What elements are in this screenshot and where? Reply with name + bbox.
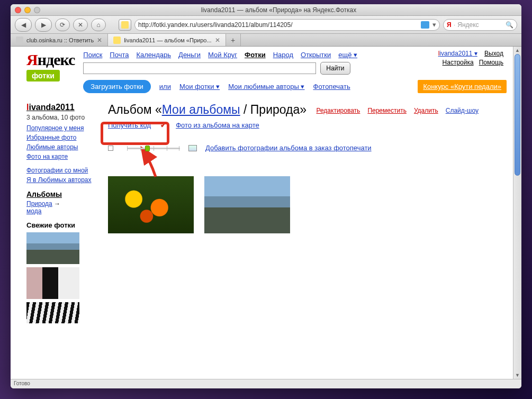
user-block: livanda2011 ▾ Выход Настройка Помощь (438, 50, 503, 66)
titlebar: livanda2011 — альбом «Природа» на Яндекс… (11, 4, 521, 16)
my-photos-link[interactable]: Мои фотки ▾ (179, 83, 220, 90)
search-separator: · (454, 21, 456, 29)
status-bar: Готово (11, 379, 521, 388)
nav-cards[interactable]: Открытки (301, 51, 331, 59)
help-link[interactable]: Помощь (479, 59, 503, 66)
delete-link[interactable]: Удалить (414, 107, 438, 114)
nav-calendar[interactable]: Календарь (136, 51, 171, 59)
album-moda[interactable]: мода (26, 207, 95, 215)
size-slider-row: Добавить фотографии альбома в заказ фото… (108, 144, 507, 152)
tab-close-icon[interactable]: ✕ (97, 37, 102, 44)
sidebar-stats: 3 альбома, 10 фото (26, 114, 95, 121)
sidebar-popular[interactable]: Популярное у меня (26, 124, 95, 132)
dropdown-icon[interactable]: ▾ (432, 21, 436, 29)
rss-icon[interactable] (421, 21, 429, 29)
back-button[interactable]: ◀ (15, 18, 32, 32)
move-link[interactable]: Переместить (367, 107, 407, 114)
or-link[interactable]: или (159, 83, 171, 90)
browser-search-box[interactable]: Я · Яндекс 🔍 (443, 19, 517, 31)
forward-button[interactable]: ▶ (35, 18, 52, 32)
fresh-thumb-3[interactable] (26, 302, 79, 323)
address-bar[interactable]: http://fotki.yandex.ru/users/livanda2011… (134, 19, 440, 31)
fotki-logo: фотки (26, 70, 60, 81)
photo-grid (108, 176, 507, 233)
tab-favicon-icon (16, 37, 23, 44)
nav-mail[interactable]: Почта (110, 51, 129, 59)
scroll-down-icon[interactable]: ▼ (513, 371, 521, 379)
sidebar-photos-with-me[interactable]: Фотографии со мной (26, 167, 95, 174)
albums-header[interactable]: Альбомы (26, 190, 95, 198)
tab-strip: club.osinka.ru :: Ответить ✕ livanda2011… (11, 34, 521, 47)
slider-knob[interactable] (145, 146, 150, 151)
search-placeholder: Яндекс (457, 21, 479, 29)
search-icon[interactable]: 🔍 (506, 21, 513, 29)
status-text: Готово (14, 380, 30, 386)
album-links-row: Получить код ✔ Фото из альбома на карте (108, 121, 507, 129)
main-body: Альбом «Мои альбомы / Природа» Редактиро… (108, 103, 507, 327)
page-body: livanda2011 ▾ Выход Настройка Помощь Янд… (11, 47, 513, 379)
minimize-window-icon[interactable] (24, 7, 31, 13)
nav-search[interactable]: Поиск (83, 51, 102, 59)
edit-link[interactable]: Редактировать (316, 107, 360, 114)
sidebar-favorites[interactable]: Избранные фото (26, 134, 95, 141)
yandex-logo-icon: Я (447, 21, 452, 29)
album-priroda[interactable]: Природа (26, 200, 52, 207)
slideshow-link[interactable]: Слайд-шоу (446, 107, 479, 114)
tab-osinka[interactable]: club.osinka.ru :: Ответить ✕ (11, 34, 108, 46)
url-text: http://fotki.yandex.ru/users/livanda2011… (138, 21, 418, 29)
photoprint-link[interactable]: Фотопечать (313, 83, 350, 90)
sidebar-on-map[interactable]: Фото на карте (26, 153, 95, 160)
tab-favicon-icon (113, 37, 121, 44)
browser-window: livanda2011 — альбом «Природа» на Яндекс… (11, 4, 521, 388)
window-title: livanda2011 — альбом «Природа» на Яндекс… (40, 6, 517, 14)
yandex-favicon-icon (121, 21, 129, 29)
photo-thumb-flowers[interactable] (108, 176, 194, 233)
yandex-logo[interactable]: Яндекс фотки (26, 51, 75, 81)
nav-money[interactable]: Деньги (178, 51, 201, 59)
breadcrumb-albums[interactable]: Мои альбомы (162, 103, 240, 116)
small-thumb-icon[interactable] (108, 146, 113, 151)
site-identity-button[interactable] (119, 19, 131, 31)
add-to-print-link[interactable]: Добавить фотографии альбома в заказ фото… (205, 144, 372, 152)
close-window-icon[interactable] (15, 7, 21, 13)
new-tab-button[interactable]: + (226, 34, 241, 46)
nav-more[interactable]: ещё ▾ (338, 51, 357, 59)
tab-yandex-fotki[interactable]: livanda2011 — альбом «Приро... ✕ (108, 34, 226, 46)
browser-toolbar: ◀ ▶ ⟳ ✕ ⌂ http://fotki.yandex.ru/users/l… (11, 16, 521, 34)
scrollbar-thumb[interactable] (515, 54, 520, 176)
reload-button[interactable]: ⟳ (55, 19, 70, 31)
fav-authors-link[interactable]: Мои любимые авторы ▾ (228, 83, 304, 90)
scroll-up-icon[interactable]: ▲ (513, 47, 521, 54)
tab-close-icon[interactable]: ✕ (215, 37, 220, 44)
contest-button[interactable]: Конкурс «Крути педали» (418, 80, 507, 93)
page-viewport: livanda2011 ▾ Выход Настройка Помощь Янд… (11, 47, 521, 379)
sidebar-in-fav-authors[interactable]: Я в Любимых авторах (26, 176, 95, 184)
thumb-size-slider[interactable] (122, 145, 180, 151)
page-title: Альбом «Мои альбомы / Природа» Редактиро… (108, 103, 507, 117)
checkmark-icon: ✔ (160, 121, 166, 129)
username-link[interactable]: livanda2011 ▾ (438, 50, 477, 57)
fresh-thumb-1[interactable] (26, 232, 79, 264)
zoom-window-icon[interactable] (34, 7, 40, 13)
nav-fotki[interactable]: Фотки (245, 51, 266, 59)
upload-button[interactable]: Загрузить фотки (83, 80, 151, 93)
sub-nav: Загрузить фотки или Мои фотки ▾ Мои люби… (83, 80, 507, 93)
sidebar-fav-authors[interactable]: Любимые авторы (26, 143, 95, 151)
settings-link[interactable]: Настройка (443, 59, 474, 66)
photo-thumb-sea[interactable] (204, 176, 290, 233)
logout-link[interactable]: Выход (484, 50, 503, 57)
site-search-input[interactable] (83, 62, 316, 74)
nav-narod[interactable]: Народ (273, 51, 293, 59)
sidebar: livanda2011 3 альбома, 10 фото Популярно… (26, 103, 95, 327)
vertical-scrollbar[interactable]: ▲ ▼ (513, 47, 521, 379)
sidebar-username[interactable]: livanda2011 (26, 103, 95, 112)
large-thumb-icon[interactable] (188, 145, 197, 151)
photos-on-map-link[interactable]: Фото из альбома на карте (176, 121, 259, 129)
home-button[interactable]: ⌂ (91, 19, 106, 31)
stop-button[interactable]: ✕ (73, 19, 88, 31)
fresh-thumb-2[interactable] (26, 267, 79, 299)
get-code-link[interactable]: Получить код (108, 121, 151, 129)
window-controls (15, 7, 40, 13)
nav-my-circle[interactable]: Мой Круг (208, 51, 237, 59)
find-button[interactable]: Найти (320, 62, 350, 75)
